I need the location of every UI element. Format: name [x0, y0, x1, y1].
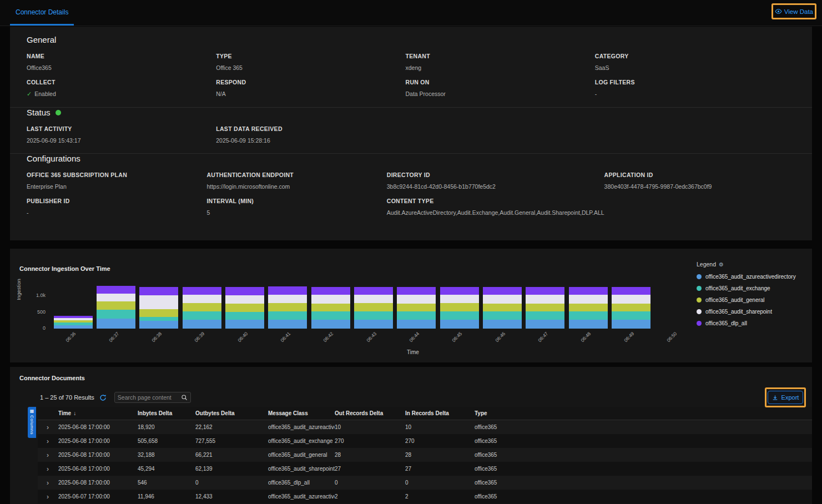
x-axis-tick-label: 06:41	[279, 331, 291, 343]
detail-field: LAST DATA RECEIVED2025-06-09 15:28:16	[216, 125, 405, 144]
chart-bar-slot: 06:41	[266, 268, 309, 329]
detail-field: PUBLISHER ID-	[27, 198, 206, 216]
field-label: TYPE	[216, 53, 405, 59]
bar-segment-office365_audit_general	[139, 309, 178, 317]
column-header-outbytes-delta[interactable]: Outbytes Delta	[195, 410, 268, 416]
column-header-time[interactable]: Time↓	[58, 410, 138, 416]
column-header-message-class[interactable]: Message Class	[268, 410, 335, 416]
x-axis-tick-label: 06:47	[537, 331, 549, 343]
stacked-bar[interactable]	[483, 287, 522, 329]
bar-segment-office365_audit_general	[354, 303, 393, 311]
row-expand-chevron[interactable]: ›	[38, 466, 58, 472]
documents-panel: Connector Documents 1 – 25 of 70 Results	[10, 367, 812, 504]
stacked-bar[interactable]	[97, 286, 135, 329]
field-label: PUBLISHER ID	[27, 198, 206, 204]
field-value: -	[27, 209, 206, 216]
bar-segment-office365_dlp_all	[268, 286, 307, 295]
row-expand-chevron[interactable]: ›	[38, 493, 58, 500]
table-row[interactable]: ›2025-06-08 17:00:0032,18866,221office36…	[38, 448, 812, 462]
stacked-bar[interactable]	[139, 287, 178, 329]
bar-segment-office365_audit_exchange	[139, 317, 178, 321]
bar-segment-office365_audit_sharepoint	[311, 295, 350, 303]
column-header-type[interactable]: Type	[475, 410, 812, 416]
y-axis-tick-label: 500	[37, 309, 46, 315]
refresh-icon[interactable]	[99, 394, 107, 401]
stacked-bar[interactable]	[354, 287, 393, 329]
bar-segment-office365_audit_general	[268, 303, 307, 311]
status-healthy-dot	[56, 110, 61, 115]
chart-bar-slot: 06:38	[138, 268, 180, 329]
x-axis-tick-label: 06:46	[494, 331, 506, 343]
gear-icon[interactable]: ⚙	[719, 261, 724, 268]
table-row[interactable]: ›2025-06-07 17:00:0011,94612,433office36…	[38, 490, 812, 503]
column-header-in-records-delta[interactable]: In Records Delta	[405, 410, 475, 416]
bar-segment-office365_audit_sharepoint	[225, 295, 264, 304]
legend-item[interactable]: office365_dlp_all	[697, 317, 810, 329]
table-row[interactable]: ›2025-06-08 17:00:005460office365_dlp_al…	[38, 476, 812, 490]
stacked-bar[interactable]	[268, 286, 307, 329]
table-cell: office365_audit_general	[268, 452, 335, 458]
x-axis-tick-label: 06:49	[623, 331, 635, 343]
view-data-button[interactable]: View Data	[775, 8, 813, 15]
table-cell: 22,162	[195, 424, 268, 430]
legend-item[interactable]: office365_audit_azureactivedirectory	[697, 271, 810, 283]
stacked-bar[interactable]	[397, 287, 436, 329]
table-cell: 546	[138, 480, 195, 486]
export-label: Export	[781, 394, 799, 401]
bar-segment-office365_dlp_all	[612, 287, 650, 295]
configurations-section-title: Configurations	[27, 154, 795, 163]
bar-segment-office365_dlp_all	[440, 287, 479, 295]
stacked-bar[interactable]	[612, 287, 650, 329]
bar-segment-office365_audit_exchange	[268, 311, 307, 320]
stacked-bar[interactable]	[440, 287, 479, 329]
table-cell: 2025-06-08 17:00:00	[58, 466, 138, 472]
bar-segment-office365_audit_azureactivedirectory	[183, 320, 221, 329]
legend-item[interactable]: office365_audit_exchange	[697, 283, 810, 294]
legend-item[interactable]: office365_audit_general	[697, 294, 810, 306]
section-configurations: Configurations OFFICE 365 SUBSCRIPTION P…	[10, 154, 812, 216]
bar-segment-office365_audit_exchange	[225, 312, 264, 320]
search-icon	[181, 394, 188, 401]
field-value: 2025-06-09 15:28:16	[216, 137, 405, 144]
tab-connector-details[interactable]: Connector Details	[10, 0, 74, 26]
field-label: RESPOND	[216, 79, 405, 85]
field-value: Office 365	[216, 64, 405, 71]
columns-tab[interactable]: ▦ Columns	[28, 407, 36, 438]
export-button[interactable]: Export	[768, 391, 803, 404]
x-axis-tick-label: 06:45	[451, 331, 463, 343]
bar-segment-office365_audit_azureactivedirectory	[354, 320, 393, 329]
detail-field: CONTENT TYPEAudit.AzureActiveDirectory,A…	[387, 198, 604, 216]
bar-segment-office365_audit_sharepoint	[440, 295, 479, 303]
table-row[interactable]: ›2025-06-08 17:00:0018,92022,162office36…	[38, 420, 812, 434]
stacked-bar[interactable]	[569, 287, 608, 329]
table-row[interactable]: ›2025-06-08 17:00:0045,29462,139office36…	[38, 462, 812, 476]
table-row[interactable]: ›2025-06-08 17:00:00505,658727,555office…	[38, 434, 812, 448]
column-header-inbytes-delta[interactable]: Inbytes Delta	[138, 410, 195, 416]
detail-field: NAMEOffice365	[27, 53, 216, 71]
bar-segment-office365_dlp_all	[183, 287, 221, 295]
stacked-bar[interactable]	[311, 287, 350, 329]
search-box[interactable]	[114, 392, 191, 403]
field-value: 5	[206, 209, 386, 216]
section-title-text: General	[27, 35, 56, 44]
bar-segment-office365_audit_general	[483, 304, 522, 312]
documents-toolbar: 1 – 25 of 70 Results Export	[40, 390, 803, 405]
bar-segment-office365_audit_exchange	[440, 311, 479, 320]
bar-segment-office365_audit_sharepoint	[97, 294, 135, 301]
row-expand-chevron[interactable]: ›	[38, 452, 58, 458]
stacked-bar[interactable]	[526, 287, 564, 329]
search-input[interactable]	[118, 394, 181, 401]
legend-item[interactable]: office365_audit_sharepoint	[697, 306, 810, 317]
bar-segment-office365_dlp_all	[225, 287, 264, 295]
row-expand-chevron[interactable]: ›	[38, 480, 58, 486]
column-header-out-records-delta[interactable]: Out Records Delta	[335, 410, 405, 416]
stacked-bar[interactable]	[225, 287, 264, 329]
table-cell: office365_dlp_all	[268, 480, 335, 486]
bar-segment-office365_audit_general	[183, 303, 221, 311]
table-cell: 0	[335, 480, 405, 486]
stacked-bar[interactable]	[183, 287, 221, 329]
stacked-bar[interactable]	[54, 316, 93, 329]
bar-segment-office365_audit_exchange	[569, 311, 608, 320]
row-expand-chevron[interactable]: ›	[38, 424, 58, 431]
row-expand-chevron[interactable]: ›	[38, 438, 58, 445]
